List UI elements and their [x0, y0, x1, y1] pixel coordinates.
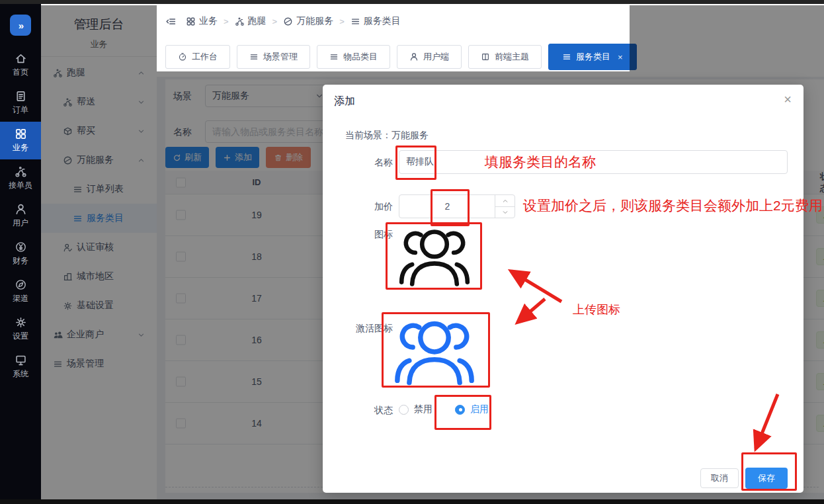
rail-item-settings[interactable]: 设置 — [0, 310, 41, 348]
rail-item-finance[interactable]: 财务 — [0, 235, 41, 273]
tab-close-icon[interactable]: × — [618, 52, 623, 62]
rail-label: 订单 — [13, 105, 28, 116]
tab-scene-management[interactable]: 场景管理 — [237, 45, 310, 69]
person-icon — [15, 203, 27, 216]
rail-item-channels[interactable]: 渠道 — [0, 273, 41, 310]
name-field-label: 名称 — [335, 157, 393, 169]
grid-icon — [15, 128, 27, 140]
list-icon — [329, 52, 339, 62]
annotation-box-icon — [386, 222, 482, 290]
tab-user-client[interactable]: 用户端 — [397, 45, 462, 69]
breadcrumb-business[interactable]: 业务 — [186, 15, 218, 27]
rail-item-orders[interactable]: 订单 — [0, 84, 41, 122]
price-field-label: 加价 — [335, 201, 393, 213]
annotation-box-name — [395, 146, 436, 180]
order-icon — [15, 90, 27, 103]
breadcrumb-paotui[interactable]: 跑腿 — [235, 15, 267, 27]
rail-item-system[interactable]: 系统 — [0, 348, 41, 386]
stepper-down-icon[interactable] — [495, 206, 515, 218]
list-icon — [350, 17, 360, 26]
radio-disabled-label[interactable]: 禁用 — [414, 403, 433, 415]
home-icon — [15, 52, 27, 65]
icon-rail: » 首页 订单 业务 接单员 用户 财务 渠道 设置 系统 — [0, 4, 41, 499]
app-logo[interactable]: » — [10, 15, 31, 36]
clock-icon — [178, 52, 187, 62]
rail-label: 系统 — [13, 368, 28, 380]
book-icon — [481, 52, 490, 62]
window-bottom-bar — [0, 499, 824, 504]
rail-item-business[interactable]: 业务 — [0, 122, 41, 159]
rail-label: 渠道 — [13, 293, 28, 304]
person-icon — [409, 52, 419, 62]
rail-item-couriers[interactable]: 接单员 — [0, 159, 41, 197]
top-divider — [41, 4, 824, 5]
stepper-controls — [495, 195, 515, 218]
status-field-label: 状态 — [335, 405, 393, 417]
breadcrumb-service-category: 服务类目 — [350, 15, 401, 27]
annotation-box-active-icon — [382, 312, 490, 388]
rail-label: 业务 — [13, 142, 28, 153]
list-icon — [249, 52, 259, 62]
annotation-name-note: 填服务类目的名称 — [485, 153, 596, 171]
current-scene-text: 当前场景：万能服务 — [345, 130, 429, 142]
breadcrumb-universal-service[interactable]: 万能服务 — [283, 15, 333, 27]
globe-icon — [283, 17, 293, 26]
rail-label: 财务 — [13, 255, 28, 267]
compass-icon — [15, 278, 27, 291]
rail-label: 首页 — [13, 67, 28, 78]
app-root: » 首页 订单 业务 接单员 用户 财务 渠道 设置 系统 管理后台 业务 跑腿… — [0, 0, 824, 504]
rail-item-users[interactable]: 用户 — [0, 197, 41, 235]
annotation-box-price — [431, 189, 470, 226]
rider-icon — [235, 17, 245, 26]
grid-icon — [186, 17, 196, 26]
annotation-upload-note: 上传图标 — [573, 302, 620, 317]
modal-dim-overlay — [41, 5, 157, 499]
breadcrumb-separator: > — [339, 17, 345, 26]
annotation-price-note: 设置加价之后，则该服务类目会额外加上2元费用 — [523, 196, 823, 215]
rail-label: 用户 — [13, 218, 28, 229]
breadcrumb-separator: > — [272, 17, 278, 26]
rail-item-home[interactable]: 首页 — [0, 46, 41, 84]
tab-item-category[interactable]: 物品类目 — [317, 45, 390, 69]
rider-icon — [15, 165, 27, 178]
breadcrumb-separator: > — [224, 17, 229, 26]
gear-icon — [15, 316, 27, 329]
cancel-button[interactable]: 取消 — [700, 468, 739, 488]
annotation-box-save — [741, 452, 797, 491]
stepper-up-icon[interactable] — [495, 195, 515, 206]
tab-workbench[interactable]: 工作台 — [165, 45, 230, 69]
monitor-icon — [15, 354, 27, 366]
rail-label: 接单员 — [9, 180, 32, 191]
sidebar-collapse-icon[interactable] — [165, 16, 177, 27]
rail-label: 设置 — [13, 331, 28, 342]
radio-disabled[interactable] — [399, 405, 409, 415]
tab-frontend-theme[interactable]: 前端主题 — [468, 45, 542, 69]
close-icon[interactable]: × — [784, 93, 792, 106]
modal-dim-overlay — [630, 5, 824, 71]
dialog-title: 添加 — [334, 95, 355, 108]
annotation-box-enabled — [434, 395, 491, 430]
icon-field-label: 图标 — [335, 229, 393, 241]
money-icon — [15, 241, 27, 253]
list-icon — [562, 52, 571, 62]
tab-service-category[interactable]: 服务类目× — [548, 44, 637, 70]
